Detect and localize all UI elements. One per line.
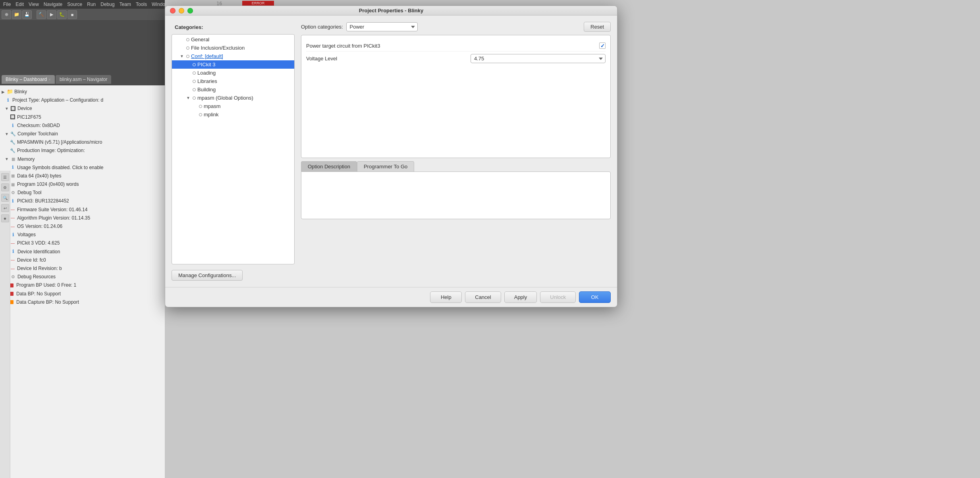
reset-button[interactable]: Reset (584, 22, 611, 32)
tab-dashboard-close[interactable]: × (48, 77, 51, 82)
tree-item-debugres[interactable]: ▼ ⚙ Debug Resources (2, 273, 163, 281)
tb-new[interactable]: ⊕ (2, 10, 11, 19)
cat-circle (193, 80, 196, 83)
tree-label: Algorithm Plugin Version: 01.14.35 (17, 214, 90, 222)
cat-item-loading[interactable]: Loading (172, 69, 294, 77)
tb-build[interactable]: 🔨 (37, 10, 46, 19)
tree-item-pic[interactable]: 🔲 PIC12F675 (2, 113, 163, 121)
tool-btn-5[interactable]: ★ (1, 214, 9, 222)
apply-button[interactable]: Apply (504, 291, 537, 303)
tab-dashboard-label: Blinky – Dashboard (6, 77, 47, 82)
ide-topbar: File Edit View Navigate Source Run Debug… (0, 0, 165, 73)
tb-stop[interactable]: ■ (68, 10, 77, 19)
cat-item-fileinclusion[interactable]: File Inclusion/Exclusion (172, 44, 294, 52)
tree-item-blinky[interactable]: ▶ 📁 Blinky (2, 88, 163, 96)
tab-dashboard[interactable]: Blinky – Dashboard × (2, 75, 55, 84)
cat-item-libraries[interactable]: Libraries (172, 77, 294, 85)
menu-team[interactable]: Team (120, 2, 131, 7)
tb-open[interactable]: 📁 (12, 10, 21, 19)
tree-label: Production Image: Optimization: (17, 147, 85, 154)
voltage-level-select[interactable]: 4.75 4.50 5.00 3.30 (471, 54, 606, 63)
tree-item-voltages[interactable]: ▼ ℹ Voltages (2, 231, 163, 239)
tool-btn-4[interactable]: ↩ (1, 204, 9, 212)
tree-label: Program 1024 (0x400) words (17, 181, 79, 188)
cat-label-conf: Conf: [default] (191, 53, 223, 59)
right-panel: Option categories: Power Memories Progra… (301, 22, 611, 219)
tree-item-devid-val: — Device Id: fc0 (2, 256, 163, 264)
menu-tools[interactable]: Tools (136, 2, 147, 7)
tree-item-device[interactable]: ▼ 🔲 Device (2, 104, 163, 113)
tab-navigator[interactable]: blinky.asm – Navigator (56, 75, 112, 84)
dialog-bottom-bar: Help Cancel Apply Unlock OK (165, 287, 617, 307)
cat-circle (193, 71, 196, 75)
tree-item-devid[interactable]: ▼ ℹ Device Identification (2, 248, 163, 256)
arrow-icon: — (10, 215, 16, 221)
tab-programmer-to-go[interactable]: Programmer To Go (357, 161, 414, 172)
cat-item-mpasm-global[interactable]: ▼ mpasm (Global Options) (172, 94, 294, 102)
menu-debug[interactable]: Debug (100, 2, 114, 7)
tb-run[interactable]: ▶ (47, 10, 56, 19)
tree-item-debugtool[interactable]: ▼ ⚙ Debug Tool (2, 189, 163, 197)
tree-label: Data Capture BP: No Support (16, 299, 79, 306)
wrench-icon: 🔧 (10, 131, 16, 137)
tab-option-description[interactable]: Option Description (301, 161, 357, 172)
cancel-button[interactable]: Cancel (465, 291, 501, 303)
dialog-top-row: Categories: General File Inclusion/Exclu… (172, 22, 611, 281)
menu-view[interactable]: View (29, 2, 39, 7)
tree-item-vdd: — PICkit 3 VDD: 4.625 (2, 239, 163, 247)
arrow-icon: — (10, 266, 16, 272)
cat-label: General (191, 37, 209, 42)
tree-item-databp: Data BP: No Support (2, 290, 163, 298)
options-top-row: Option categories: Power Memories Progra… (301, 22, 611, 32)
cat-item-mplink[interactable]: mplink (172, 110, 294, 119)
tool-btn-2[interactable]: ⚙ (1, 183, 9, 191)
manage-configurations-btn[interactable]: Manage Configurations... (172, 270, 243, 281)
cat-circle (193, 88, 196, 91)
tree-arrow: ▼ (5, 106, 9, 112)
tb-save[interactable]: 💾 (22, 10, 32, 19)
window-minimize-btn[interactable] (179, 8, 184, 13)
tree-item-os: — OS Version: 01.24.06 (2, 222, 163, 231)
cat-circle (199, 105, 202, 108)
cat-item-building[interactable]: Building (172, 85, 294, 94)
cat-item-conf[interactable]: ▼ Conf: [default] (172, 52, 294, 60)
unlock-button[interactable]: Unlock (540, 291, 576, 303)
menu-source[interactable]: Source (67, 2, 82, 7)
tree-item-memory[interactable]: ▼ ▦ Memory (2, 155, 163, 164)
tree-item-algorithm: — Algorithm Plugin Version: 01.14.35 (2, 214, 163, 222)
ok-button[interactable]: OK (579, 291, 611, 303)
cat-circle (199, 113, 202, 116)
memory-icon: ▦ (10, 156, 16, 162)
power-target-checkbox[interactable] (599, 42, 606, 49)
tool-btn-3[interactable]: 🔍 (1, 194, 9, 202)
menu-edit[interactable]: Edit (15, 2, 24, 7)
window-maximize-btn[interactable] (187, 8, 193, 13)
tree-item-symbols: ℹ Usage Symbols disabled. Click to enabl… (2, 164, 163, 172)
cat-label: Loading (197, 70, 216, 76)
ide-sidebar: ☰ ⚙ 🔍 ↩ ★ ▶ 📁 Blinky ℹ Project Type: App… (0, 85, 165, 478)
option-categories-select[interactable]: Power Memories Programmer Clock Advanced (346, 22, 418, 31)
tool-btn-1[interactable]: ☰ (1, 173, 9, 181)
tree-item-compiler[interactable]: ▼ 🔧 Compiler Toolchain (2, 130, 163, 138)
menu-navigate[interactable]: Navigate (44, 2, 62, 7)
menu-file[interactable]: File (3, 2, 11, 7)
window-close-btn[interactable] (170, 8, 176, 13)
categories-wrapper: Categories: General File Inclusion/Exclu… (172, 22, 295, 281)
tab-navigator-label: blinky.asm – Navigator (60, 77, 108, 82)
tree-label: Project Type: Application – Configuratio… (12, 96, 103, 104)
help-button[interactable]: Help (430, 291, 462, 303)
tb-debug[interactable]: 🐛 (57, 10, 67, 19)
cat-expand-arrow: ▼ (186, 96, 191, 100)
tree-label: Data 64 (0x40) bytes (17, 172, 61, 180)
cat-item-mpasm[interactable]: mpasm (172, 102, 294, 110)
cat-item-general[interactable]: General (172, 35, 294, 44)
tree-label: Compiler Toolchain (17, 130, 58, 138)
tree-label: PICkit3: BUR132284452 (17, 197, 69, 205)
tree-item-data: ▦ Data 64 (0x40) bytes (2, 172, 163, 180)
menu-run[interactable]: Run (87, 2, 96, 7)
cat-label: mpasm (204, 103, 221, 109)
cat-item-pickit3[interactable]: PICkit 3 (172, 60, 294, 69)
tree-label: Program BP Used: 0 Free: 1 (16, 281, 76, 289)
project-properties-dialog: Project Properties - Blinky Categories: … (165, 6, 617, 307)
tree-item-pgmbp: Program BP Used: 0 Free: 1 (2, 281, 163, 289)
